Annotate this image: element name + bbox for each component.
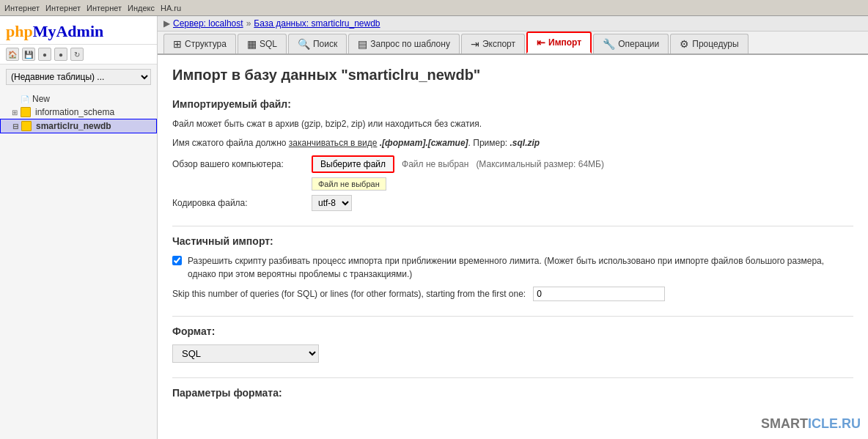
encoding-select[interactable]: utf-8 <box>312 195 352 211</box>
desc2-prefix: Имя сжатого файла должно <box>172 138 289 148</box>
browser-bar: Интернет Интернет Интернет Индекс НА.ru <box>0 0 868 16</box>
tab-import[interactable]: ⇤ Импорт <box>526 32 592 54</box>
format-title: Формат: <box>172 325 853 337</box>
config-icon[interactable]: ● <box>38 48 51 61</box>
skip-queries-row: Skip this number of queries (for SQL) or… <box>172 287 853 301</box>
tab-sql-label: SQL <box>260 39 277 49</box>
partial-import-checkbox-row: Разрешить скрипту разбивать процесс импо… <box>172 254 853 281</box>
format-params-section: Параметры формата: <box>172 387 853 399</box>
encoding-row: Кодировка файла: utf-8 <box>172 195 853 211</box>
search-tab-icon: 🔍 <box>298 38 310 50</box>
breadcrumb-sep: » <box>246 18 251 29</box>
browser-tab[interactable]: Интернет <box>87 4 122 12</box>
format-section: Формат: SQL CSV CSV using LOAD DATA ODS … <box>172 325 853 363</box>
new-icon: 📄 <box>21 95 29 103</box>
import-file-desc2: Имя сжатого файла должно заканчиваться в… <box>172 136 853 150</box>
operations-tab-icon: 🔧 <box>603 38 615 50</box>
import-tab-icon: ⇤ <box>537 37 545 48</box>
page-title: Импорт в базу данных "smarticlru_newdb" <box>172 67 853 84</box>
collapse-icon: ⊟ <box>12 122 18 130</box>
tab-query-label: Запрос по шаблону <box>370 39 450 49</box>
tab-search-label: Поиск <box>313 39 337 49</box>
import-file-section: Импортируемый файл: Файл может быть сжат… <box>172 98 853 211</box>
max-size-label: (Максимальный размер: 64МБ) <box>476 159 604 169</box>
browser-tab[interactable]: Интернет <box>4 4 40 12</box>
section-divider-3 <box>172 377 853 378</box>
desc2-example-bold: .sql.zip <box>510 138 540 148</box>
partial-import-checkbox[interactable] <box>172 256 182 265</box>
browser-tab[interactable]: НА.ru <box>161 4 181 12</box>
refresh-icon[interactable]: ↻ <box>70 48 84 61</box>
tab-operations[interactable]: 🔧 Операции <box>593 34 669 54</box>
tree-item-new-label: New <box>32 94 50 104</box>
file-tooltip: Файл не выбран <box>312 177 386 191</box>
partial-import-checkbox-label: Разрешить скрипту разбивать процесс импо… <box>188 254 853 281</box>
partial-import-title: Частичный импорт: <box>172 235 853 247</box>
tab-search[interactable]: 🔍 Поиск <box>288 34 347 54</box>
section-divider-1 <box>172 226 853 226</box>
tree-item-information-schema-label: information_schema <box>35 107 114 117</box>
main-content: ▶ Сервер: localhost » База данных: smart… <box>158 16 868 439</box>
import-file-title: Импортируемый файл: <box>172 98 853 110</box>
sql-tab-icon: ▦ <box>247 38 257 50</box>
format-select[interactable]: SQL CSV CSV using LOAD DATA ODS XML <box>172 344 319 363</box>
db-link[interactable]: База данных: smarticlru_newdb <box>254 18 380 29</box>
tab-structure[interactable]: ⊞ Структура <box>163 34 236 54</box>
file-browse-row: Обзор вашего компьютера: Выберите файл Ф… <box>172 155 853 173</box>
sidebar: phpMyAdmin 🏠 💾 ● ● ↻ (Недавние таблицы) … <box>0 16 158 439</box>
choose-file-button[interactable]: Выберите файл <box>312 155 394 173</box>
home-icon[interactable]: 🏠 <box>6 48 19 61</box>
watermark-article: ICLE.RU <box>808 416 861 431</box>
tree-item-new[interactable]: 📄 New <box>0 92 157 106</box>
procedures-tab-icon: ⚙ <box>680 38 689 50</box>
tab-query[interactable]: ▤ Запрос по шаблону <box>348 34 460 54</box>
tab-procedures[interactable]: ⚙ Процедуры <box>670 34 748 54</box>
tabs-bar: ⊞ Структура ▦ SQL 🔍 Поиск ▤ Запрос по ша… <box>158 32 868 55</box>
recent-tables-dropdown[interactable]: (Недавние таблицы) ... <box>6 69 151 85</box>
desc2-underline: заканчиваться в виде <box>289 138 378 148</box>
desc2-example-prefix: . Пример: <box>468 138 510 148</box>
tab-operations-label: Операции <box>618 39 659 49</box>
structure-tab-icon: ⊞ <box>173 38 182 50</box>
tree-item-information-schema[interactable]: ⊞ information_schema <box>0 106 157 119</box>
format-params-title: Параметры формата: <box>172 387 853 399</box>
browser-tab[interactable]: Индекс <box>128 4 155 12</box>
logo-area: phpMyAdmin <box>0 16 157 45</box>
export-tab-icon: ⇥ <box>471 38 479 50</box>
skip-input[interactable] <box>533 287 665 301</box>
browse-label: Обзор вашего компьютера: <box>172 159 304 169</box>
skip-label: Skip this number of queries (for SQL) or… <box>172 289 526 299</box>
sidebar-icon-bar: 🏠 💾 ● ● ↻ <box>0 45 157 64</box>
tree-item-smarticlru-newdb[interactable]: ⊟ smarticlru_newdb <box>0 119 157 133</box>
watermark-smart: SMART <box>761 416 808 431</box>
tab-export-label: Экспорт <box>482 39 515 49</box>
import-file-desc1: Файл может быть сжат в архив (gzip, bzip… <box>172 117 853 130</box>
watermark: SMARTICLE.RU <box>761 416 861 432</box>
db-icon-selected <box>21 121 32 131</box>
tree-item-smarticlru-label: smarticlru_newdb <box>36 121 111 131</box>
partial-import-section: Частичный импорт: Разрешить скрипту разб… <box>172 235 853 301</box>
file-status: Файл не выбран <box>402 159 468 169</box>
nav-arrow: ▶ <box>163 18 170 29</box>
db-icon <box>21 107 31 117</box>
browser-tab[interactable]: Интернет <box>45 4 81 12</box>
tab-import-label: Импорт <box>548 37 581 48</box>
content-area: Импорт в базу данных "smarticlru_newdb" … <box>158 55 868 439</box>
desc2-format: .[формат].[сжатие] <box>377 138 468 148</box>
encoding-label: Кодировка файла: <box>172 198 304 208</box>
tab-export[interactable]: ⇥ Экспорт <box>461 34 525 54</box>
breadcrumb: ▶ Сервер: localhost » База данных: smart… <box>158 16 868 32</box>
server-link[interactable]: Сервер: localhost <box>173 18 243 29</box>
tab-structure-label: Структура <box>185 39 227 49</box>
app-logo: phpMyAdmin <box>6 22 151 41</box>
sidebar-tree: 📄 New ⊞ information_schema ⊟ smarticlru_… <box>0 89 157 439</box>
tab-sql[interactable]: ▦ SQL <box>238 34 287 54</box>
expand-icon: ⊞ <box>12 108 18 117</box>
section-divider-2 <box>172 316 853 317</box>
app-container: phpMyAdmin 🏠 💾 ● ● ↻ (Недавние таблицы) … <box>0 16 868 439</box>
query-tab-icon: ▤ <box>358 38 367 50</box>
dot-icon[interactable]: ● <box>54 48 67 61</box>
save-icon[interactable]: 💾 <box>22 48 35 61</box>
tab-procedures-label: Процедуры <box>692 39 738 49</box>
